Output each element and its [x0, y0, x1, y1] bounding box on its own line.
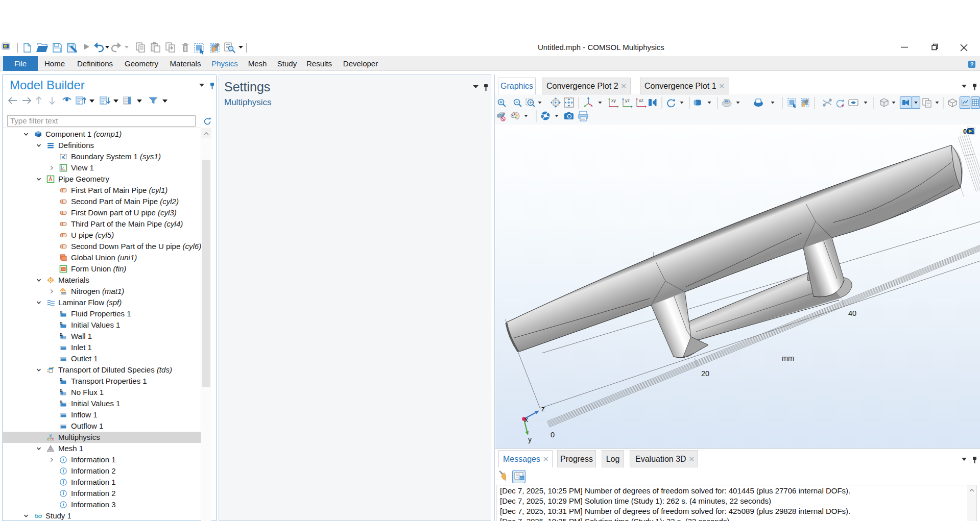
svg-text:0: 0: [963, 128, 967, 135]
svg-text:yz: yz: [625, 98, 630, 103]
svg-text:x: x: [524, 415, 528, 424]
svg-text:mm: mm: [782, 354, 794, 362]
svg-text:0: 0: [551, 431, 555, 439]
svg-text:40: 40: [848, 309, 856, 317]
svg-text:20: 20: [701, 369, 709, 378]
svg-text:y: y: [528, 435, 532, 443]
svg-text:z: z: [541, 405, 545, 413]
svg-text:xz: xz: [639, 98, 644, 103]
svg-text:xy: xy: [611, 98, 616, 103]
